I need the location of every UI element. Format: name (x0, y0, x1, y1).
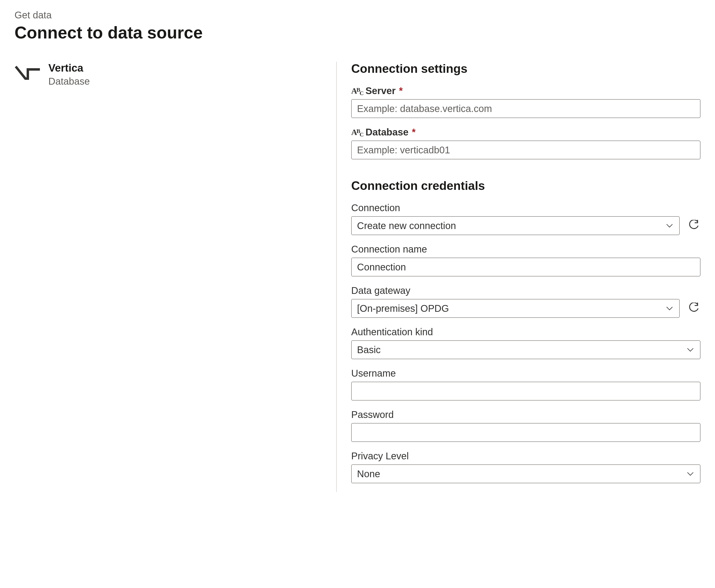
privacy-value: None (357, 468, 686, 479)
page-title: Connect to data source (15, 23, 700, 42)
required-indicator: * (399, 85, 403, 96)
refresh-icon (688, 302, 699, 314)
server-input[interactable] (351, 99, 700, 118)
gateway-value: [On-premises] OPDG (357, 303, 665, 314)
gateway-label: Data gateway (351, 285, 700, 296)
gateway-refresh-button[interactable] (687, 301, 700, 315)
password-label: Password (351, 409, 700, 420)
auth-kind-select[interactable]: Basic (351, 340, 700, 359)
privacy-select[interactable]: None (351, 464, 700, 483)
database-label-text: Database (365, 127, 408, 138)
connection-refresh-button[interactable] (687, 219, 700, 232)
connection-name-label: Connection name (351, 244, 700, 255)
server-label: ABC Server * (351, 85, 700, 96)
chevron-down-icon (665, 221, 674, 230)
chevron-down-icon (686, 469, 695, 478)
database-label: ABC Database * (351, 127, 700, 138)
source-name: Vertica (48, 62, 90, 75)
breadcrumb: Get data (15, 10, 700, 21)
auth-kind-label: Authentication kind (351, 327, 700, 337)
source-summary: Vertica Database (15, 62, 327, 87)
auth-kind-value: Basic (357, 344, 686, 355)
required-indicator: * (412, 127, 416, 138)
vertica-icon (15, 62, 41, 83)
database-input[interactable] (351, 141, 700, 160)
connection-value: Create new connection (357, 220, 665, 231)
username-label: Username (351, 368, 700, 379)
connection-label: Connection (351, 203, 700, 213)
source-kind: Database (48, 76, 90, 87)
refresh-icon (688, 220, 699, 231)
connection-select[interactable]: Create new connection (351, 216, 680, 235)
credentials-heading: Connection credentials (351, 179, 700, 193)
chevron-down-icon (686, 345, 695, 354)
server-label-text: Server (365, 85, 396, 96)
settings-heading: Connection settings (351, 62, 700, 76)
text-type-icon: ABC (351, 128, 363, 136)
username-input[interactable] (351, 382, 700, 401)
connection-name-input[interactable] (351, 258, 700, 276)
text-type-icon: ABC (351, 87, 363, 95)
gateway-select[interactable]: [On-premises] OPDG (351, 299, 680, 318)
chevron-down-icon (665, 304, 674, 313)
privacy-label: Privacy Level (351, 450, 700, 462)
password-input[interactable] (351, 423, 700, 442)
